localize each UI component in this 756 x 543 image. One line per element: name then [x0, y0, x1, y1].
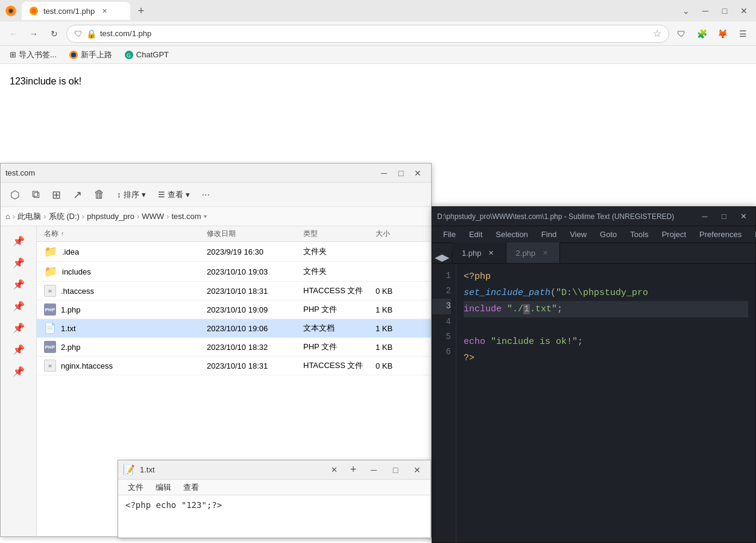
restore-button[interactable]: □	[717, 4, 732, 18]
addr-testcom[interactable]: test.com	[171, 212, 201, 221]
bookmark-newhand[interactable]: 新手上路	[64, 48, 117, 62]
close-browser-button[interactable]: ✕	[737, 4, 751, 18]
addr-sep-2: ›	[82, 212, 84, 221]
bookmark-star-icon[interactable]: ☆	[653, 28, 661, 39]
file-row[interactable]: 📁 includes 2023/10/10 19:03 文件夹	[37, 262, 431, 282]
addr-pc[interactable]: 此电脑	[17, 211, 41, 222]
explorer-minimize-button[interactable]: ─	[376, 165, 392, 182]
paste-button[interactable]: ⧉	[27, 186, 45, 203]
file-row[interactable]: H nginx.htaccess 2023/10/10 18:31 HTACCE…	[37, 357, 431, 375]
addr-home[interactable]: ⌂	[5, 212, 10, 221]
tab-1php-close-button[interactable]: ✕	[487, 248, 496, 258]
file-row[interactable]: H .htaccess 2023/10/10 18:31 HTACCESS 文件…	[37, 282, 431, 300]
col-name[interactable]: 名称 ↑	[44, 229, 207, 239]
notepad-menu-file[interactable]: 文件	[123, 481, 148, 494]
file-modified: 2023/9/19 16:30	[207, 247, 303, 256]
file-modified: 2023/10/10 19:06	[207, 324, 303, 333]
sidebar-pin-7[interactable]: 📌	[9, 361, 28, 381]
extensions-button[interactable]: 🧩	[693, 25, 710, 42]
view-arrow-icon: ▾	[186, 190, 190, 199]
notepad-close-button[interactable]: ✕	[409, 462, 426, 478]
sublime-menu-help[interactable]: Help	[749, 229, 756, 240]
page-output: 123include is ok!	[10, 76, 746, 87]
col-type[interactable]: 类型	[303, 229, 376, 239]
tab-2php-close-button[interactable]: ✕	[540, 248, 550, 258]
addr-phpstudy[interactable]: phpstudy_pro	[87, 212, 134, 221]
back-button[interactable]: ←	[5, 25, 22, 42]
file-row[interactable]: 📄 1.txt 2023/10/10 19:06 文本文档 1 KB	[37, 319, 431, 338]
explorer-close-button[interactable]: ✕	[409, 165, 426, 182]
sublime-close-button[interactable]: ✕	[736, 209, 751, 224]
sidebar-pin-5[interactable]: 📌	[9, 318, 28, 337]
sidebar-pin-6[interactable]: 📌	[9, 340, 28, 359]
notepad-maximize-button[interactable]: □	[387, 462, 404, 478]
col-name-sort-icon: ↑	[61, 230, 64, 237]
copy-path-button[interactable]: ⬡	[5, 186, 25, 204]
tab-close-button[interactable]: ✕	[99, 6, 109, 16]
more-button[interactable]: ···	[197, 187, 215, 203]
menu-button[interactable]: ☰	[734, 25, 751, 42]
htaccess-icon: H	[44, 285, 56, 297]
share-button[interactable]: ↗	[68, 186, 87, 204]
forward-button[interactable]: →	[25, 25, 42, 42]
delete-button[interactable]: 🗑	[89, 186, 110, 203]
sublime-menu-preferences[interactable]: Preferences	[693, 229, 748, 240]
sidebar-pin-1[interactable]: 📌	[9, 231, 28, 250]
firefox-account-button[interactable]: 🦊	[714, 25, 731, 42]
sublime-tab-2php[interactable]: 2.php ✕	[506, 243, 561, 263]
sort-button[interactable]: ↕ 排序 ▾	[112, 187, 151, 203]
explorer-sidebar: 📌 📌 📌 📌 📌 📌 📌	[1, 226, 37, 536]
view-button[interactable]: ☰ 查看 ▾	[153, 187, 195, 203]
notepad-menu-view[interactable]: 查看	[178, 481, 204, 494]
file-row[interactable]: PHP 1.php 2023/10/10 19:09 PHP 文件 1 KB	[37, 300, 431, 319]
file-row[interactable]: 📁 .idea 2023/9/19 16:30 文件夹	[37, 242, 431, 262]
col-modified[interactable]: 修改日期	[207, 229, 303, 239]
sublime-menu-edit[interactable]: Edit	[463, 229, 488, 240]
tab-nav-left-icon[interactable]: ◀	[435, 252, 442, 263]
tab-new-button[interactable]: +	[133, 2, 150, 19]
file-name: .htaccess	[61, 287, 94, 296]
file-name-cell: H .htaccess	[44, 285, 207, 297]
notepad-tab-new-button[interactable]: +	[346, 463, 361, 477]
sublime-menu-tools[interactable]: Tools	[624, 229, 654, 240]
sidebar-pin-3[interactable]: 📌	[9, 275, 28, 294]
sublime-menu-selection[interactable]: Selection	[490, 229, 534, 240]
addr-sep-0: ›	[13, 212, 15, 221]
notepad-minimize-button[interactable]: ─	[365, 462, 382, 478]
addr-www[interactable]: WWW	[142, 212, 164, 221]
sublime-editor[interactable]: <?php set_include_path("D:\\phpstudy_pro…	[456, 264, 755, 542]
sublime-menu-goto[interactable]: Goto	[594, 229, 623, 240]
notepad-menubar: 文件 编辑 查看	[118, 480, 430, 495]
sublime-menu-find[interactable]: Find	[535, 229, 562, 240]
notepad-menu-edit[interactable]: 编辑	[151, 481, 176, 494]
file-name-cell: PHP 2.php	[44, 341, 207, 353]
bookmark-chatgpt[interactable]: G ChatGPT	[119, 49, 174, 61]
minimize-button[interactable]: ─	[698, 4, 713, 18]
sublime-menu-project[interactable]: Project	[656, 229, 692, 240]
browser-tab[interactable]: test.com/1.php ✕	[22, 2, 130, 20]
sublime-gutter: 1 2 3 4 5 6	[432, 264, 456, 542]
sidebar-pin-2[interactable]: 📌	[9, 253, 28, 272]
file-row[interactable]: PHP 2.php 2023/10/10 18:32 PHP 文件 1 KB	[37, 338, 431, 357]
addr-dropdown-icon[interactable]: ▾	[204, 213, 207, 220]
tab-nav-right-icon[interactable]: ▶	[442, 252, 449, 263]
addr-drive[interactable]: 系统 (D:)	[49, 211, 80, 222]
sublime-tab-1php[interactable]: 1.php ✕	[452, 243, 506, 263]
expand-button[interactable]: ⊞	[47, 186, 66, 204]
explorer-maximize-button[interactable]: □	[392, 165, 409, 182]
reload-button[interactable]: ↻	[46, 25, 63, 42]
tab-list-button[interactable]: ⌄	[679, 4, 693, 18]
notepad-tab-close-button[interactable]: ✕	[327, 463, 341, 477]
sublime-maximize-button[interactable]: □	[717, 209, 731, 224]
tab-1php-label: 1.php	[462, 249, 482, 258]
sublime-minimize-button[interactable]: ─	[698, 209, 712, 224]
bookmark-import[interactable]: ⊞ 导入书签...	[5, 48, 61, 62]
pocket-button[interactable]: 🛡	[673, 25, 690, 42]
code-include: include	[464, 304, 502, 314]
sublime-code-area: 1 2 3 4 5 6 <?php set_include_path("D:\\…	[432, 264, 755, 542]
col-size[interactable]: 大小	[376, 229, 424, 239]
sidebar-pin-4[interactable]: 📌	[9, 296, 28, 316]
sublime-menu-file[interactable]: File	[437, 229, 462, 240]
address-box[interactable]: 🛡 🔒 test.com/1.php ☆	[66, 25, 669, 43]
sublime-menu-view[interactable]: View	[564, 229, 593, 240]
